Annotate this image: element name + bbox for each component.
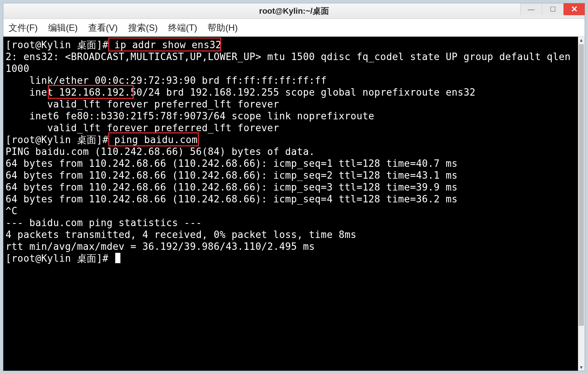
menu-file[interactable]: 文件(F) bbox=[9, 22, 38, 34]
window-controls: — ☐ ✕ bbox=[520, 3, 585, 15]
terminal-line: rtt min/avg/max/mdev = 36.192/39.986/43.… bbox=[6, 241, 582, 252]
terminal-line: PING baidu.com (110.242.68.66) 56(84) by… bbox=[6, 146, 582, 158]
ip-address-value: 192.168.192.50 bbox=[59, 87, 143, 98]
terminal-line: 64 bytes from 110.242.68.66 (110.242.68.… bbox=[6, 169, 582, 181]
menu-view[interactable]: 查看(V) bbox=[88, 22, 118, 34]
scroll-up-icon[interactable]: ▲ bbox=[578, 37, 585, 43]
terminal-line: 2: ens32: <BROADCAST,MULTICAST,UP,LOWER_… bbox=[6, 51, 582, 75]
command-ping: ping baidu.com bbox=[114, 134, 198, 145]
terminal-line: inet 192.168.192.50/24 brd 192.168.192.2… bbox=[6, 86, 582, 98]
menu-terminal[interactable]: 终端(T) bbox=[168, 22, 197, 34]
terminal-line: 64 bytes from 110.242.68.66 (110.242.68.… bbox=[6, 193, 582, 205]
scroll-down-icon[interactable]: ▼ bbox=[578, 364, 585, 371]
inet-suffix: /24 brd 192.168.192.255 scope global nop… bbox=[142, 87, 475, 98]
terminal-line: ^C bbox=[6, 205, 582, 217]
terminal-line: 4 packets transmitted, 4 received, 0% pa… bbox=[6, 229, 582, 241]
terminal-line: valid_lft forever preferred_lft forever bbox=[6, 98, 582, 110]
shell-prompt: [root@Kylin 桌面]# bbox=[6, 253, 114, 264]
maximize-button[interactable]: ☐ bbox=[542, 3, 563, 15]
menu-help[interactable]: 帮助(H) bbox=[207, 22, 237, 34]
terminal-line: 64 bytes from 110.242.68.66 (110.242.68.… bbox=[6, 181, 582, 193]
terminal-viewport[interactable]: [root@Kylin 桌面]# ip addr show ens32 2: e… bbox=[3, 37, 585, 371]
terminal-line: --- baidu.com ping statistics --- bbox=[6, 217, 582, 229]
terminal-scrollbar[interactable]: ▲ ▼ bbox=[578, 37, 585, 371]
shell-prompt: [root@Kylin 桌面]# bbox=[6, 39, 114, 50]
window-title: root@Kylin:~/桌面 bbox=[3, 6, 585, 17]
terminal-line: inet6 fe80::b330:21f5:78f:9073/64 scope … bbox=[6, 110, 582, 122]
menu-search[interactable]: 搜索(S) bbox=[128, 22, 158, 34]
cursor-icon bbox=[115, 253, 120, 263]
terminal-line: valid_lft forever preferred_lft forever bbox=[6, 122, 582, 134]
close-button[interactable]: ✕ bbox=[563, 3, 585, 15]
terminal-line: [root@Kylin 桌面]# ping baidu.com bbox=[6, 134, 582, 146]
minimize-button[interactable]: — bbox=[520, 3, 542, 15]
terminal-line: 64 bytes from 110.242.68.66 (110.242.68.… bbox=[6, 158, 582, 169]
scrollbar-thumb[interactable] bbox=[579, 44, 584, 326]
titlebar[interactable]: root@Kylin:~/桌面 — ☐ ✕ bbox=[3, 3, 585, 19]
terminal-window: root@Kylin:~/桌面 — ☐ ✕ 文件(F) 编辑(E) 查看(V) … bbox=[3, 3, 585, 371]
menubar: 文件(F) 编辑(E) 查看(V) 搜索(S) 终端(T) 帮助(H) bbox=[3, 19, 585, 37]
terminal-line: link/ether 00:0c:29:72:93:90 brd ff:ff:f… bbox=[6, 75, 582, 86]
inet-prefix: inet bbox=[6, 87, 59, 98]
terminal-line: [root@Kylin 桌面]# bbox=[6, 252, 582, 264]
menu-edit[interactable]: 编辑(E) bbox=[48, 22, 78, 34]
shell-prompt: [root@Kylin 桌面]# bbox=[6, 134, 114, 145]
terminal-line: [root@Kylin 桌面]# ip addr show ens32 bbox=[6, 39, 582, 51]
command-ip-addr: ip addr show ens32 bbox=[114, 39, 222, 50]
